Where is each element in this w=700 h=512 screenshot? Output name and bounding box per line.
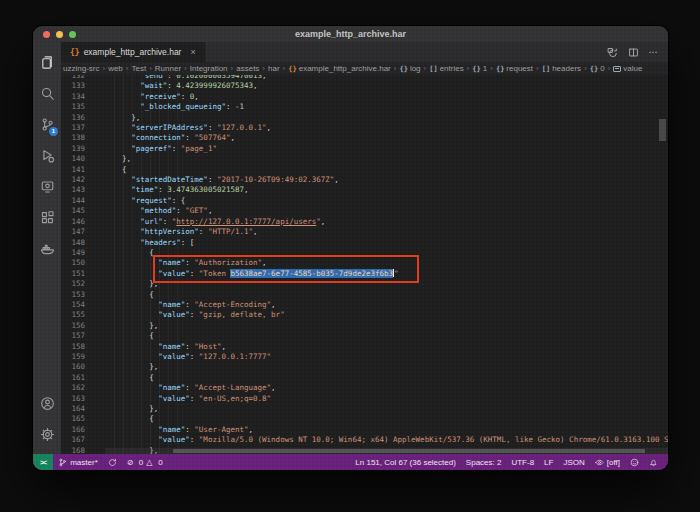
code-line-165[interactable]: 165 { [61, 414, 668, 424]
code-line-150[interactable]: 150 "name": "Authorization", [61, 258, 668, 268]
git-branch-indicator[interactable]: master* [53, 454, 103, 470]
breadcrumb-item-entries[interactable]: []entries [429, 64, 463, 73]
activity-bar-item-run-debug[interactable] [33, 140, 61, 171]
code-line-139[interactable]: 139 "pageref": "page_1" [61, 144, 668, 154]
code-line-144[interactable]: 144 "request": { [61, 196, 668, 206]
line-content: "name": "Accept-Language", [95, 383, 276, 393]
minimize-window-button[interactable] [56, 31, 63, 38]
line-content: "headers": [ [95, 238, 194, 248]
code-line-149[interactable]: 149 { [61, 248, 668, 258]
code-line-152[interactable]: 152 }, [61, 279, 668, 289]
open-changes-icon[interactable] [607, 47, 618, 58]
horizontal-scrollbar-thumb[interactable] [173, 449, 646, 453]
breadcrumb-separator: › [584, 64, 587, 73]
url-link[interactable]: http://127.0.0.1:7777/api/users [176, 217, 316, 226]
close-tab-icon[interactable]: × [190, 47, 195, 57]
code-line-157[interactable]: 157 { [61, 331, 668, 341]
status-bar-right: Ln 151, Col 67 (36 selected)Spaces: 2UTF… [350, 454, 668, 470]
code-line-147[interactable]: 147 "httpVersion": "HTTP/1.1", [61, 227, 668, 237]
breadcrumb-item-integration[interactable]: Integration [190, 64, 228, 73]
code-line-143[interactable]: 143 "time": 3.474363005021587, [61, 185, 668, 195]
activity-bar-item-docker[interactable] [33, 233, 61, 264]
code-line-134[interactable]: 134 "receive": 0, [61, 92, 668, 102]
breadcrumb-item-web[interactable]: web [108, 64, 123, 73]
language-mode[interactable]: JSON [558, 454, 589, 470]
code-line-155[interactable]: 155 "value": "gzip, deflate, br" [61, 310, 668, 320]
activity-bar-item-accounts[interactable] [33, 388, 61, 419]
screencast-toggle[interactable]: [off] [590, 454, 625, 470]
sync-button[interactable] [103, 454, 122, 470]
code-line-137[interactable]: 137 "serverIPAddress": "127.0.0.1", [61, 123, 668, 133]
eol-indicator[interactable]: LF [539, 454, 558, 470]
activity-bar-item-settings-gear[interactable] [33, 419, 61, 450]
zoom-window-button[interactable] [69, 31, 76, 38]
code-line-135[interactable]: 135 "_blocked_queueing": -1 [61, 102, 668, 112]
indentation[interactable]: Spaces: 2 [461, 454, 507, 470]
bell-icon [649, 458, 658, 467]
remote-explorer-icon [40, 179, 55, 194]
code-line-154[interactable]: 154 "name": "Accept-Encoding", [61, 300, 668, 310]
breadcrumb-item-log[interactable]: {}log [399, 64, 420, 73]
code-line-145[interactable]: 145 "method": "GET", [61, 206, 668, 216]
breadcrumb-item-1[interactable]: {}1 [472, 64, 487, 73]
code-line-167[interactable]: 167 "value": "Mozilla/5.0 (Windows NT 10… [61, 435, 668, 445]
split-editor-icon[interactable] [628, 47, 639, 58]
code-line-136[interactable]: 136 }, [61, 113, 668, 123]
breadcrumb-item-har[interactable]: har [268, 64, 280, 73]
breadcrumb-item-0[interactable]: {}0 [590, 64, 605, 73]
code-line-163[interactable]: 163 "value": "en-US,en;q=0.8" [61, 394, 668, 404]
remote-indicator[interactable]: >< [33, 454, 53, 470]
breadcrumb-separator: › [231, 64, 234, 73]
code-line-140[interactable]: 140 }, [61, 154, 668, 164]
code-line-164[interactable]: 164 }, [61, 404, 668, 414]
breadcrumb-separator: › [394, 64, 397, 73]
code-line-162[interactable]: 162 "name": "Accept-Language", [61, 383, 668, 393]
line-number: 134 [61, 92, 95, 102]
code-line-159[interactable]: 159 "value": "127.0.0.1:7777" [61, 352, 668, 362]
code-line-138[interactable]: 138 "connection": "507764", [61, 133, 668, 143]
feedback[interactable] [625, 454, 644, 470]
code-line-146[interactable]: 146 "url": "http://127.0.0.1:7777/api/us… [61, 217, 668, 227]
cursor-position[interactable]: Ln 151, Col 67 (36 selected) [350, 454, 461, 470]
code-line-158[interactable]: 158 "name": "Host", [61, 342, 668, 352]
code-line-148[interactable]: 148 "headers": [ [61, 238, 668, 248]
editor[interactable]: 132 "send": 0.10200000359470013,133 "wai… [61, 75, 668, 454]
breadcrumb-item-assets[interactable]: assets [236, 64, 259, 73]
breadcrumb-item-request[interactable]: {}request [496, 64, 533, 73]
code-line-153[interactable]: 153 { [61, 290, 668, 300]
breadcrumb-separator: › [184, 64, 187, 73]
code-line-151[interactable]: 151 "value": "Token b5638ae7-6e77-4585-b… [61, 269, 668, 279]
vertical-scrollbar[interactable] [658, 75, 668, 448]
notifications[interactable] [644, 454, 663, 470]
code-line-166[interactable]: 166 "name": "User-Agent", [61, 425, 668, 435]
breadcrumb-item-test[interactable]: Test [131, 64, 146, 73]
title-bar[interactable]: example_http_archive.har [33, 26, 668, 42]
breadcrumb-item-runner[interactable]: Runner [155, 64, 181, 73]
activity-bar-item-explorer[interactable] [33, 47, 61, 78]
breadcrumb-item-uzzing-src[interactable]: uzzing-src [63, 64, 99, 73]
activity-bar-item-source-control[interactable]: 1 [33, 109, 61, 140]
tab-example-http-archive[interactable]: {} example_http_archive.har × [61, 42, 206, 62]
breadcrumb-item-headers[interactable]: []headers [542, 64, 581, 73]
encoding[interactable]: UTF-8 [506, 454, 539, 470]
line-number: 160 [61, 362, 95, 372]
code-line-141[interactable]: 141 { [61, 165, 668, 175]
breadcrumb-item-example-http-archive-har[interactable]: {}example_http_archive.har [288, 64, 391, 73]
line-number: 146 [61, 217, 95, 227]
problems-indicator[interactable]: ⊘0△0 [122, 454, 168, 470]
activity-bar-item-extensions[interactable] [33, 202, 61, 233]
code-line-133[interactable]: 133 "wait": 4.423999926075343, [61, 81, 668, 91]
code-line-161[interactable]: 161 { [61, 373, 668, 383]
breadcrumb-item-value[interactable]: value [613, 64, 642, 73]
code-line-160[interactable]: 160 }, [61, 362, 668, 372]
line-number: 145 [61, 206, 95, 216]
desktop-background: example_http_archive.har 1 {} example_ht… [0, 0, 700, 512]
json-object-icon: {} [590, 65, 598, 73]
activity-bar-item-remote-explorer[interactable] [33, 171, 61, 202]
code-line-156[interactable]: 156 }, [61, 321, 668, 331]
activity-bar-item-search[interactable] [33, 78, 61, 109]
vertical-scrollbar-thumb[interactable] [659, 119, 666, 141]
close-window-button[interactable] [43, 31, 50, 38]
more-actions-icon[interactable]: ⋯ [649, 47, 659, 58]
code-line-142[interactable]: 142 "startedDateTime": "2017-10-26T09:49… [61, 175, 668, 185]
